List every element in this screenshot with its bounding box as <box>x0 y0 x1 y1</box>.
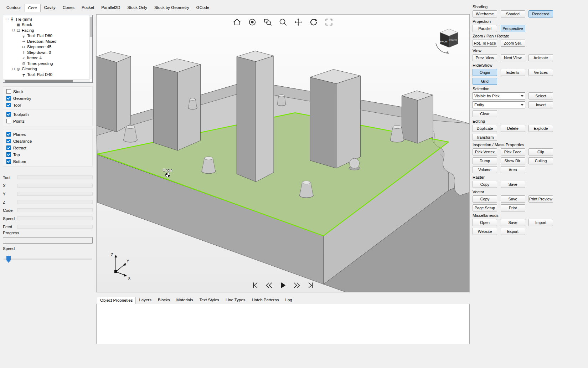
shading-wireframe-button[interactable]: Wireframe <box>473 10 497 17</box>
toolpath-checkbox[interactable] <box>6 112 11 117</box>
tree-item-facing[interactable]: ⊟ ▤ Facing <box>4 27 92 33</box>
volume-button[interactable]: Volume <box>473 166 497 173</box>
projection-perspective-button[interactable]: Perspective <box>501 25 525 32</box>
checkbox-row-retract[interactable]: Retract <box>6 145 89 150</box>
checkbox-row-tool[interactable]: Tool <box>6 103 89 107</box>
home-icon[interactable] <box>232 17 242 27</box>
collapse-icon[interactable]: ⊟ <box>5 17 9 21</box>
collapse-icon[interactable]: ⊟ <box>11 67 16 71</box>
rotate-icon[interactable] <box>308 17 319 27</box>
origin-toggle-button[interactable]: Origin <box>473 69 497 76</box>
tab-core[interactable]: Core <box>25 4 41 12</box>
tab-hatch-patterns[interactable]: Hatch Patterns <box>249 296 282 304</box>
zoom-window-icon[interactable] <box>262 17 273 27</box>
rot-to-face-button[interactable]: Rot. To Face <box>473 40 497 47</box>
tab-gcode[interactable]: GCode <box>193 4 213 12</box>
checkbox-row-planes[interactable]: Planes <box>6 132 89 137</box>
print-button[interactable]: Print <box>501 204 525 211</box>
clear-button[interactable]: Clear <box>473 110 497 117</box>
open-button[interactable]: Open <box>473 219 497 226</box>
checkbox-row-stock[interactable]: Stock <box>6 89 89 94</box>
tab-stock-by-geometry[interactable]: Stock by Geometry <box>151 4 193 12</box>
vector-save-button[interactable]: Save <box>501 195 525 203</box>
explode-button[interactable]: Explode <box>528 125 553 132</box>
raster-copy-button[interactable]: Copy <box>473 181 497 188</box>
raster-save-button[interactable]: Save <box>501 181 525 188</box>
tree-item-tool-d40[interactable]: ┳ Tool: Flat D40 <box>4 72 92 77</box>
play-icon[interactable] <box>279 281 287 289</box>
planes-checkbox[interactable] <box>6 132 11 137</box>
tree-item-clearing[interactable]: ⊟ ◎ Clearing <box>4 66 92 72</box>
import-button[interactable]: Import <box>528 219 553 226</box>
tree-item-time[interactable]: ◷ Time: pending <box>4 61 92 66</box>
projection-parallel-button[interactable]: Parallel <box>473 25 497 32</box>
shading-shaded-button[interactable]: Shaded <box>501 10 525 17</box>
vector-copy-button[interactable]: Copy <box>473 195 497 203</box>
invert-button[interactable]: Invert <box>528 101 553 108</box>
duplicate-button[interactable]: Duplicate <box>473 125 497 132</box>
animate-button[interactable]: Animate <box>528 54 553 61</box>
show-dir-button[interactable]: Show Dir. <box>501 157 525 164</box>
selection-filter-dropdown[interactable]: Visible by Pick <box>473 92 525 99</box>
tab-contour[interactable]: Contour <box>3 4 25 12</box>
checkbox-row-geometry[interactable]: Geometry <box>6 96 89 101</box>
tab-log[interactable]: Log <box>282 296 295 304</box>
tool-checkbox[interactable] <box>6 103 11 107</box>
tab-parallel2d[interactable]: Parallel2D <box>98 4 124 12</box>
zoom-extents-icon[interactable] <box>324 17 334 27</box>
extents-toggle-button[interactable]: Extents <box>501 69 525 76</box>
next-view-button[interactable]: Next View <box>501 54 525 61</box>
print-preview-button[interactable]: Print Preview <box>528 195 553 203</box>
export-button[interactable]: Export <box>501 228 525 235</box>
object-properties-panel[interactable] <box>96 304 470 344</box>
checkbox-row-toolpath[interactable]: Toolpath <box>6 112 89 117</box>
checkbox-row-bottom[interactable]: Bottom <box>6 159 89 164</box>
tree-item-step-down[interactable]: ↧ Step down: 0 <box>4 50 92 55</box>
selection-mode-dropdown[interactable]: Entity <box>473 101 525 108</box>
zoom-icon[interactable] <box>278 17 288 27</box>
tree-root[interactable]: ⊟ ╋ Tre (mm) <box>4 16 92 22</box>
tab-cones[interactable]: Cones <box>59 4 78 12</box>
geometry-checkbox[interactable] <box>6 96 11 101</box>
tab-layers[interactable]: Layers <box>136 296 155 304</box>
dump-button[interactable]: Dump <box>473 157 497 164</box>
collapse-icon[interactable]: ⊟ <box>11 28 16 32</box>
slider-thumb[interactable] <box>6 256 11 263</box>
retract-checkbox[interactable] <box>6 145 11 150</box>
tree-horizontal-scrollbar[interactable] <box>3 79 90 82</box>
pick-vertex-button[interactable]: Pick Vertex <box>473 148 497 155</box>
render-view-icon[interactable] <box>247 17 258 27</box>
zoom-sel-button[interactable]: Zoom Sel. <box>501 40 525 47</box>
tree-item-step-over[interactable]: ↦ Step over: 45 <box>4 44 92 50</box>
view-cube[interactable]: FRONT RIGHT <box>433 24 464 56</box>
tab-object-properties[interactable]: Object Proprieties <box>97 297 136 304</box>
culling-button[interactable]: Culling <box>528 157 553 164</box>
tab-cavity[interactable]: Cavity <box>41 4 59 12</box>
vertices-toggle-button[interactable]: Vertices <box>528 69 553 76</box>
area-button[interactable]: Area <box>501 166 525 173</box>
pan-icon[interactable] <box>293 17 304 27</box>
page-setup-button[interactable]: Page Setup <box>473 204 497 211</box>
transform-button[interactable]: Transform <box>473 134 497 141</box>
clip-button[interactable]: Clip <box>528 148 553 155</box>
stock-checkbox[interactable] <box>6 89 11 94</box>
shading-rendered-button[interactable]: Rendered <box>528 10 553 17</box>
tab-line-types[interactable]: Line Types <box>222 296 248 304</box>
3d-viewport[interactable]: FRONT RIGHT Origin Z Y <box>96 14 470 292</box>
tab-pocket[interactable]: Pocket <box>78 4 98 12</box>
tree-item-items[interactable]: ✓ Items: 4 <box>4 55 92 61</box>
grid-toggle-button[interactable]: Grid <box>473 78 497 85</box>
pick-face-button[interactable]: Pick Face <box>501 148 525 155</box>
misc-save-button[interactable]: Save <box>501 219 525 226</box>
tab-materials[interactable]: Materials <box>173 296 196 304</box>
bottom-checkbox[interactable] <box>6 159 11 164</box>
prev-view-button[interactable]: Prev. View <box>473 54 497 61</box>
tab-blocks[interactable]: Blocks <box>155 296 173 304</box>
checkbox-row-clearance[interactable]: Clearance <box>6 139 89 143</box>
tree-vertical-scrollbar[interactable] <box>89 15 92 79</box>
tree-item-tool-d80[interactable]: ┳ Tool: Flat D80 <box>4 33 92 39</box>
scrollbar-thumb[interactable] <box>5 80 73 82</box>
tree-item-stock[interactable]: ▦ Stock <box>4 22 92 28</box>
points-checkbox[interactable] <box>6 119 11 123</box>
checkbox-row-points[interactable]: Points <box>6 119 89 123</box>
